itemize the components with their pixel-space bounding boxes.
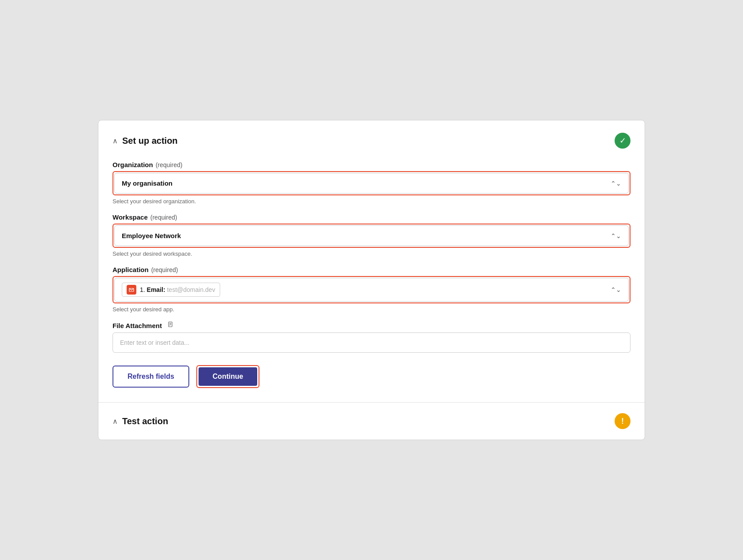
test-section: ∧ Test action ! (98, 403, 645, 440)
workspace-highlight-wrapper: Employee Network ⌃⌄ (113, 224, 630, 248)
workspace-label: Workspace (113, 213, 148, 221)
application-highlight-wrapper: 1. Email: test@domain.dev ⌃⌄ (113, 276, 630, 303)
main-card: ∧ Set up action ✓ Organization (required… (98, 120, 645, 440)
workspace-field-group: Workspace (required) Employee Network ⌃⌄… (113, 213, 630, 257)
workspace-select-display[interactable]: Employee Network ⌃⌄ (115, 226, 628, 246)
workspace-hint: Select your desired workspace. (113, 250, 630, 257)
file-attachment-label-row: File Attachment (113, 321, 630, 330)
warning-exclamation-icon: ! (621, 417, 624, 426)
application-field-group: Application (required) (113, 266, 630, 313)
organization-label: Organization (113, 161, 153, 168)
organization-highlight-wrapper: My organisation ⌃⌄ (113, 171, 630, 195)
attachment-icon (167, 321, 174, 330)
setup-title: Set up action (122, 136, 178, 146)
setup-chevron-icon[interactable]: ∧ (113, 137, 118, 145)
application-label: Application (113, 266, 149, 273)
workspace-value: Employee Network (122, 232, 181, 239)
setup-title-group: ∧ Set up action (113, 136, 178, 146)
application-hint: Select your desired app. (113, 306, 630, 313)
application-chevron-icon: ⌃⌄ (611, 286, 621, 293)
workspace-label-row: Workspace (required) (113, 213, 630, 221)
application-label-row: Application (required) (113, 266, 630, 273)
test-title-group: ∧ Test action (113, 416, 168, 426)
test-title: Test action (122, 416, 168, 426)
application-required: (required) (151, 266, 178, 273)
file-attachment-input[interactable] (113, 332, 630, 353)
workspace-select[interactable]: Employee Network ⌃⌄ (114, 225, 629, 246)
email-app-icon (127, 285, 136, 295)
organization-chevron-icon: ⌃⌄ (611, 180, 621, 187)
application-select[interactable]: 1. Email: test@domain.dev ⌃⌄ (114, 278, 629, 302)
refresh-fields-button[interactable]: Refresh fields (113, 366, 189, 388)
workspace-chevron-icon: ⌃⌄ (611, 232, 621, 239)
test-chevron-icon[interactable]: ∧ (113, 417, 118, 426)
setup-success-badge: ✓ (615, 133, 630, 149)
organization-select-display[interactable]: My organisation ⌃⌄ (115, 173, 628, 193)
workspace-required: (required) (150, 214, 177, 221)
organization-select[interactable]: My organisation ⌃⌄ (114, 173, 629, 194)
file-attachment-field-group: File Attachment (113, 321, 630, 353)
application-number: 1. Email: test@domain.dev (140, 286, 215, 293)
organization-field-group: Organization (required) My organisation … (113, 161, 630, 205)
setup-section: ∧ Set up action ✓ Organization (required… (98, 120, 645, 403)
organization-required: (required) (156, 161, 183, 168)
continue-button-wrapper: Continue (196, 365, 259, 388)
application-select-display[interactable]: 1. Email: test@domain.dev ⌃⌄ (115, 278, 628, 301)
test-header: ∧ Test action ! (113, 413, 630, 429)
button-row: Refresh fields Continue (113, 365, 630, 388)
organization-value: My organisation (122, 179, 173, 187)
application-tag: 1. Email: test@domain.dev (122, 283, 220, 297)
file-attachment-label: File Attachment (113, 322, 162, 329)
success-check-icon: ✓ (619, 136, 626, 146)
continue-button[interactable]: Continue (199, 367, 257, 386)
setup-header: ∧ Set up action ✓ (113, 133, 630, 149)
organization-label-row: Organization (required) (113, 161, 630, 168)
organization-hint: Select your desired organization. (113, 198, 630, 205)
test-warning-badge: ! (615, 413, 630, 429)
